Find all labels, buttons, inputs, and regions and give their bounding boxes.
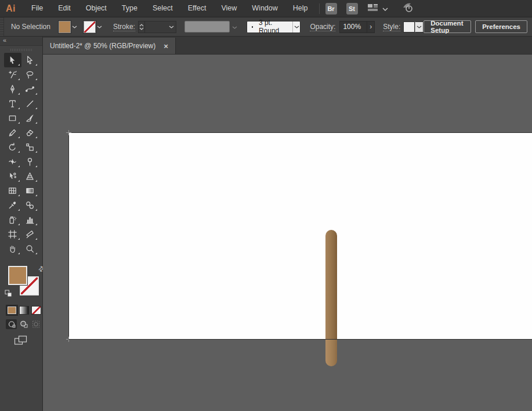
tab-bar: Untitled-2* @ 50% (RGB/Preview) × xyxy=(43,37,532,55)
tools-grip[interactable] xyxy=(10,49,32,51)
menu-type[interactable]: Type xyxy=(114,0,145,17)
preferences-button[interactable]: Preferences xyxy=(475,20,527,33)
menu-window[interactable]: Window xyxy=(244,0,285,17)
fill-color-control[interactable] xyxy=(59,21,79,33)
color-button[interactable] xyxy=(7,306,17,315)
style-dropdown[interactable] xyxy=(403,21,424,33)
fill-chevron-icon[interactable] xyxy=(71,21,79,33)
menu-object[interactable]: Object xyxy=(78,0,114,17)
tools-panel: « ⇄ xyxy=(0,37,43,411)
chevron-down-icon xyxy=(382,5,388,13)
document-tab[interactable]: Untitled-2* @ 50% (RGB/Preview) × xyxy=(43,38,176,54)
width-tool[interactable] xyxy=(4,154,21,169)
stroke-label[interactable]: Stroke: xyxy=(113,23,135,31)
brush-name: 3 pt. Round xyxy=(259,19,287,35)
artboard-tool[interactable] xyxy=(4,227,21,241)
draw-inside-button[interactable] xyxy=(30,319,41,329)
illustrator-window: Ai FileEditObjectTypeSelectEffectViewWin… xyxy=(0,0,532,411)
direct-selection-tool[interactable] xyxy=(21,53,39,67)
line-segment-tool[interactable] xyxy=(21,96,39,111)
mesh-tool[interactable] xyxy=(4,183,21,198)
menu-help[interactable]: Help xyxy=(285,0,316,17)
pen-tool[interactable] xyxy=(4,82,21,96)
hand-tool[interactable] xyxy=(4,241,21,256)
perspective-grid-tool[interactable] xyxy=(21,169,39,183)
default-fill-stroke-icon[interactable] xyxy=(5,290,12,299)
brush-chevron-icon[interactable] xyxy=(292,21,300,33)
control-bar: No Selection Stroke: xyxy=(0,17,532,37)
rotate-tool[interactable] xyxy=(4,140,21,154)
menu-bar: Ai FileEditObjectTypeSelectEffectViewWin… xyxy=(0,0,532,17)
drawing-modes-row xyxy=(6,319,42,329)
workspace-switcher[interactable] xyxy=(367,3,388,13)
brush-dot-icon xyxy=(252,26,253,28)
artboard-bottom-edge xyxy=(68,339,532,340)
stroke-chevron-icon[interactable] xyxy=(96,21,104,33)
tool-grid xyxy=(0,53,42,256)
opacity-next-icon[interactable]: › xyxy=(367,21,375,33)
stick-lower-segment xyxy=(325,340,337,366)
artboard[interactable] xyxy=(68,132,532,340)
tab-close-icon[interactable]: × xyxy=(164,42,168,50)
artboard-corner-mark xyxy=(66,130,71,135)
menubar-divider xyxy=(319,3,320,14)
selection-tool[interactable] xyxy=(4,53,21,67)
type-tool[interactable] xyxy=(4,96,21,111)
opacity-input[interactable] xyxy=(339,21,367,33)
touch-workspace-icon[interactable] xyxy=(401,2,415,15)
controlbar-grip[interactable] xyxy=(0,17,4,36)
bridge-button[interactable]: Br xyxy=(325,3,337,15)
fill-swatch[interactable] xyxy=(59,21,71,33)
brush-preview[interactable]: 3 pt. Round xyxy=(247,21,293,33)
stroke-color-control[interactable] xyxy=(84,21,104,33)
scale-tool[interactable] xyxy=(21,140,39,154)
draw-behind-button[interactable] xyxy=(18,319,29,329)
color-mode-row xyxy=(7,306,42,315)
symbol-sprayer-tool[interactable] xyxy=(4,212,21,227)
eyedropper-tool[interactable] xyxy=(4,198,21,212)
menu-effect[interactable]: Effect xyxy=(180,0,214,17)
blend-tool[interactable] xyxy=(21,198,39,212)
change-screen-mode-button[interactable] xyxy=(14,335,42,348)
magic-wand-tool[interactable] xyxy=(4,67,21,82)
opacity-label[interactable]: Opacity: xyxy=(310,23,335,31)
document-setup-button[interactable]: Document Setup xyxy=(424,20,471,33)
stock-button[interactable]: St xyxy=(346,3,358,15)
brown-stick-shape[interactable] xyxy=(325,230,337,366)
fill-indicator[interactable] xyxy=(8,266,27,285)
paintbrush-tool[interactable] xyxy=(21,111,39,125)
style-swatch[interactable] xyxy=(403,21,415,33)
menu-file[interactable]: File xyxy=(24,0,50,17)
menu-view[interactable]: View xyxy=(213,0,244,17)
workspace-layout-icon xyxy=(367,3,378,13)
gradient-button[interactable] xyxy=(19,306,29,315)
stroke-weight-dropdown[interactable] xyxy=(144,21,176,33)
brush-definition-dropdown[interactable]: 3 pt. Round xyxy=(247,21,301,33)
document-area: Untitled-2* @ 50% (RGB/Preview) × xyxy=(43,37,532,411)
puppet-warp-tool[interactable] xyxy=(21,154,39,169)
draw-normal-button[interactable] xyxy=(6,319,17,329)
menu-select[interactable]: Select xyxy=(145,0,180,17)
stroke-swatch-none[interactable] xyxy=(84,21,96,33)
style-chevron-icon[interactable] xyxy=(415,21,424,33)
style-label[interactable]: Style: xyxy=(383,23,400,31)
menu-items: FileEditObjectTypeSelectEffectViewWindow… xyxy=(24,0,316,17)
none-button[interactable] xyxy=(31,306,41,315)
menu-edit[interactable]: Edit xyxy=(50,0,78,17)
tools-collapse-button[interactable]: « xyxy=(0,37,42,46)
stroke-weight-stepper[interactable] xyxy=(138,21,144,33)
illustrator-logo: Ai xyxy=(6,3,16,14)
slice-tool[interactable] xyxy=(21,227,39,241)
curvature-tool[interactable] xyxy=(21,82,39,96)
shape-builder-tool[interactable] xyxy=(4,169,21,183)
gradient-tool[interactable] xyxy=(21,183,39,198)
column-graph-tool[interactable] xyxy=(21,212,39,227)
selection-status: No Selection xyxy=(11,23,50,31)
canvas[interactable] xyxy=(43,55,532,411)
zoom-tool[interactable] xyxy=(21,241,39,256)
lasso-tool[interactable] xyxy=(21,67,39,82)
shaper-tool[interactable] xyxy=(4,125,21,140)
rectangle-tool[interactable] xyxy=(4,111,21,125)
width-profile-dropdown[interactable] xyxy=(184,21,230,33)
eraser-tool[interactable] xyxy=(21,125,39,140)
